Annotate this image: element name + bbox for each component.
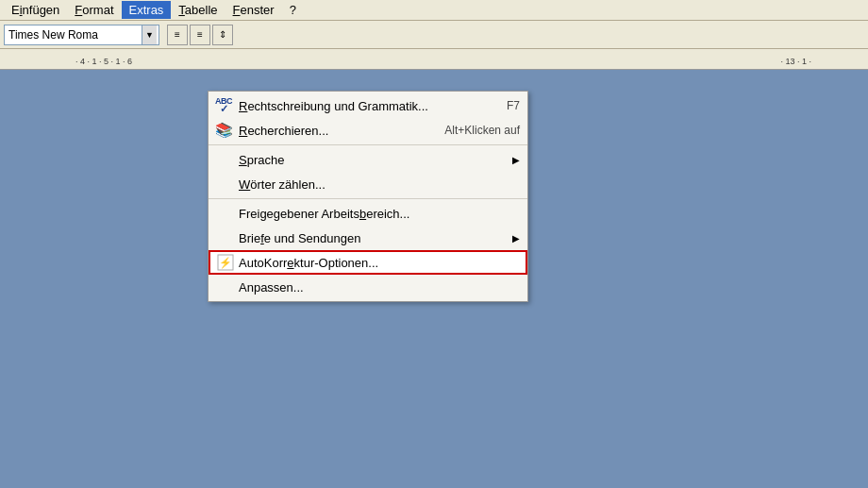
sprache-arrow: ▶ — [512, 155, 520, 165]
menu-item-briefe[interactable]: Briefe und Sendungen ▶ — [209, 226, 527, 250]
separator-1 — [209, 144, 527, 145]
app-window: Einfügen Format Extras Tabelle Fenster ?… — [0, 0, 868, 488]
menubar: Einfügen Format Extras Tabelle Fenster ? — [0, 0, 868, 21]
recherchieren-label: Recherchieren... — [239, 124, 328, 138]
rechtschreibung-shortcut: F7 — [488, 99, 520, 112]
menu-tabelle[interactable]: Tabelle — [171, 1, 225, 19]
menu-item-rechtschreibung[interactable]: ABC ✓ Rechtschreibung und Grammatik... F… — [209, 93, 527, 118]
font-name-display: Times New Roma — [7, 28, 142, 42]
menu-extras[interactable]: Extras — [122, 1, 172, 19]
menu-item-autokorrektur[interactable]: ⚡ AutoKorrektur-Optionen... — [209, 250, 527, 275]
recherchieren-shortcut: Alt+Klicken auf — [426, 124, 520, 137]
menu-item-freigegebener[interactable]: Freigegebener Arbeitsbereich... — [209, 201, 527, 226]
menu-fenster-label: Fenster — [233, 3, 275, 17]
woerter-label: Wörter zählen... — [239, 177, 326, 192]
research-icon: 📚 — [214, 121, 233, 140]
toolbar: Times New Roma ▼ ≡ ≡ ⇕ — [0, 21, 868, 49]
spell-check-icon: ABC ✓ — [214, 96, 233, 115]
freigegebener-label: Freigegebener Arbeitsbereich... — [239, 207, 409, 221]
briefe-label: Briefe und Sendungen — [239, 231, 360, 245]
menu-einfuegen-label: Einfügen — [11, 3, 59, 17]
autokorrektur-label: AutoKorrektur-Optionen... — [239, 256, 378, 270]
extras-menu: ABC ✓ Rechtschreibung und Grammatik... F… — [208, 91, 528, 302]
vertical-arrows-icon[interactable]: ⇕ — [212, 25, 233, 45]
anpassen-label: Anpassen... — [239, 280, 304, 294]
autokorrektur-icon: ⚡ — [216, 253, 235, 272]
ruler: · 4 · 1 · 5 · 1 · 6 · 13 · 1 · — [0, 49, 868, 70]
menu-item-anpassen[interactable]: Anpassen... — [209, 275, 527, 299]
rechtschreibung-label: Rechtschreibung und Grammatik... — [239, 99, 428, 113]
menu-item-woerter[interactable]: Wörter zählen... — [209, 172, 527, 196]
menu-item-sprache[interactable]: Sprache ▶ — [209, 147, 527, 172]
menu-extras-label: Extras — [129, 3, 164, 17]
menu-item-recherchieren[interactable]: 📚 Recherchieren... Alt+Klicken auf — [209, 118, 527, 143]
font-dropdown-arrow[interactable]: ▼ — [142, 25, 157, 44]
ruler-mark-13: · 13 · 1 · — [780, 57, 811, 66]
sprache-label: Sprache — [239, 153, 284, 167]
menu-help-label: ? — [290, 3, 296, 17]
menu-format-label: Format — [75, 3, 113, 17]
content-area: ABC ✓ Rechtschreibung und Grammatik... F… — [0, 70, 868, 488]
extras-dropdown: ABC ✓ Rechtschreibung und Grammatik... F… — [208, 91, 528, 302]
ruler-mark-4: · 4 · 1 · 5 · 1 · 6 — [75, 57, 132, 66]
menu-tabelle-label: Tabelle — [178, 3, 217, 17]
ruler-inner: · 4 · 1 · 5 · 1 · 6 · 13 · 1 · — [0, 49, 868, 69]
svg-text:⚡: ⚡ — [219, 256, 232, 269]
font-selector[interactable]: Times New Roma ▼ — [4, 25, 159, 45]
menu-fenster[interactable]: Fenster — [225, 1, 282, 19]
menu-format[interactable]: Format — [67, 1, 121, 19]
align-left-icon[interactable]: ≡ — [167, 25, 188, 45]
briefe-arrow: ▶ — [512, 233, 520, 244]
menu-help[interactable]: ? — [282, 1, 304, 19]
menu-einfuegen[interactable]: Einfügen — [4, 1, 67, 19]
separator-2 — [209, 198, 527, 199]
align-center-icon[interactable]: ≡ — [190, 25, 210, 45]
